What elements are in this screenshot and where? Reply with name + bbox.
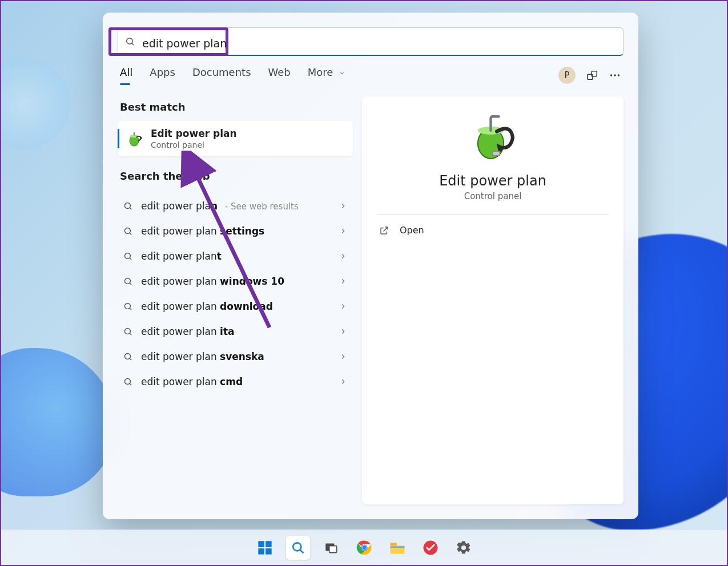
svg-line-21 — [130, 308, 131, 309]
settings-button[interactable] — [452, 536, 476, 560]
svg-rect-36 — [266, 541, 272, 547]
rewards-icon[interactable] — [586, 69, 598, 82]
open-action[interactable]: Open — [377, 215, 609, 246]
web-result-text: edit power plan download — [141, 301, 331, 312]
web-result-item[interactable]: edit power plant — [118, 244, 353, 269]
svg-point-22 — [124, 328, 130, 334]
svg-line-15 — [130, 232, 131, 234]
web-result-text: edit power plan ita — [141, 326, 331, 337]
chevron-right-icon — [339, 378, 347, 386]
search-icon — [125, 37, 135, 47]
web-result-text: edit power plant — [141, 250, 331, 262]
svg-rect-47 — [390, 543, 396, 545]
chevron-right-icon — [339, 227, 347, 235]
svg-line-27 — [130, 383, 131, 385]
file-explorer-button[interactable] — [385, 536, 409, 560]
svg-point-24 — [124, 353, 130, 359]
taskbar — [1, 529, 727, 565]
svg-point-16 — [124, 253, 130, 258]
chevron-right-icon — [339, 328, 347, 335]
svg-rect-35 — [258, 541, 264, 547]
tab-apps[interactable]: Apps — [150, 66, 175, 84]
svg-point-20 — [124, 303, 130, 309]
web-result-text: edit power plan svenska — [141, 351, 331, 362]
svg-point-26 — [124, 378, 130, 384]
web-result-item[interactable]: edit power plan ita — [118, 319, 353, 344]
svg-point-14 — [124, 228, 130, 233]
svg-rect-32 — [493, 152, 500, 156]
best-match-heading: Best match — [120, 101, 353, 113]
svg-line-25 — [130, 358, 131, 359]
preview-subtitle: Control panel — [464, 191, 522, 201]
task-view-button[interactable] — [319, 536, 343, 560]
svg-rect-11 — [140, 138, 142, 139]
tab-documents[interactable]: Documents — [192, 66, 251, 84]
wallpaper-shape — [0, 58, 70, 149]
svg-point-4 — [610, 74, 612, 76]
web-result-item[interactable]: edit power plan svenska — [118, 344, 353, 369]
svg-rect-37 — [258, 548, 264, 555]
start-button[interactable] — [253, 536, 277, 560]
svg-rect-48 — [390, 546, 404, 548]
chevron-right-icon — [339, 302, 347, 310]
svg-rect-38 — [266, 548, 272, 555]
search-icon — [123, 277, 133, 286]
svg-point-46 — [362, 545, 367, 550]
open-external-icon — [379, 225, 389, 236]
chevron-down-icon — [339, 70, 345, 76]
user-avatar[interactable]: P — [558, 67, 576, 84]
svg-rect-42 — [329, 545, 336, 552]
web-result-text: edit power plan - See web results — [141, 200, 331, 212]
web-result-item[interactable]: edit power plan - See web results — [118, 193, 353, 219]
best-match-title: Edit power plan — [151, 128, 237, 139]
svg-point-18 — [124, 278, 130, 284]
tab-all[interactable]: All — [120, 66, 132, 84]
search-icon — [123, 302, 133, 312]
preview-title: Edit power plan — [439, 173, 546, 189]
chevron-right-icon — [339, 202, 347, 210]
svg-point-12 — [124, 203, 130, 208]
best-match-result[interactable]: Edit power plan Control panel — [118, 121, 353, 156]
search-icon — [123, 201, 133, 211]
search-web-heading: Search the web — [120, 170, 353, 182]
svg-rect-10 — [134, 132, 135, 136]
svg-point-0 — [127, 38, 133, 44]
search-input[interactable]: edit power plan — [142, 34, 616, 50]
chevron-right-icon — [339, 277, 347, 285]
web-result-item[interactable]: edit power plan download — [118, 294, 353, 319]
search-icon — [123, 327, 133, 337]
more-options-icon[interactable] — [609, 69, 621, 82]
svg-line-40 — [300, 549, 303, 552]
chrome-button[interactable] — [352, 536, 376, 560]
app-button-red[interactable] — [419, 536, 443, 560]
windows-search-panel: edit power plan All Apps Documents Web M… — [103, 13, 638, 519]
filter-tabs: All Apps Documents Web More P — [103, 56, 638, 84]
web-results-list: edit power plan - See web results edit p… — [118, 193, 353, 394]
svg-line-19 — [130, 282, 131, 284]
open-label: Open — [400, 225, 424, 236]
power-plan-icon — [126, 130, 143, 147]
web-result-item[interactable]: edit power plan settings — [118, 219, 353, 244]
tab-web[interactable]: Web — [268, 66, 291, 84]
svg-line-17 — [130, 257, 131, 259]
svg-line-13 — [130, 207, 131, 209]
power-plan-icon — [469, 114, 517, 161]
search-box[interactable]: edit power plan — [118, 27, 624, 56]
wallpaper-shape — [0, 348, 115, 496]
svg-point-6 — [618, 74, 620, 76]
chevron-right-icon — [339, 353, 347, 361]
chevron-right-icon — [339, 252, 347, 260]
web-result-text: edit power plan cmd — [141, 376, 331, 387]
svg-line-23 — [130, 333, 131, 334]
svg-line-1 — [132, 43, 134, 45]
svg-point-5 — [614, 74, 616, 76]
search-icon — [123, 252, 133, 261]
search-icon — [123, 377, 133, 387]
search-icon — [123, 227, 133, 236]
tab-more[interactable]: More — [308, 66, 345, 84]
search-button[interactable] — [286, 536, 310, 560]
web-result-item[interactable]: edit power plan cmd — [118, 369, 353, 394]
web-result-text: edit power plan windows 10 — [141, 276, 331, 287]
web-result-item[interactable]: edit power plan windows 10 — [118, 269, 353, 294]
search-icon — [123, 352, 133, 362]
